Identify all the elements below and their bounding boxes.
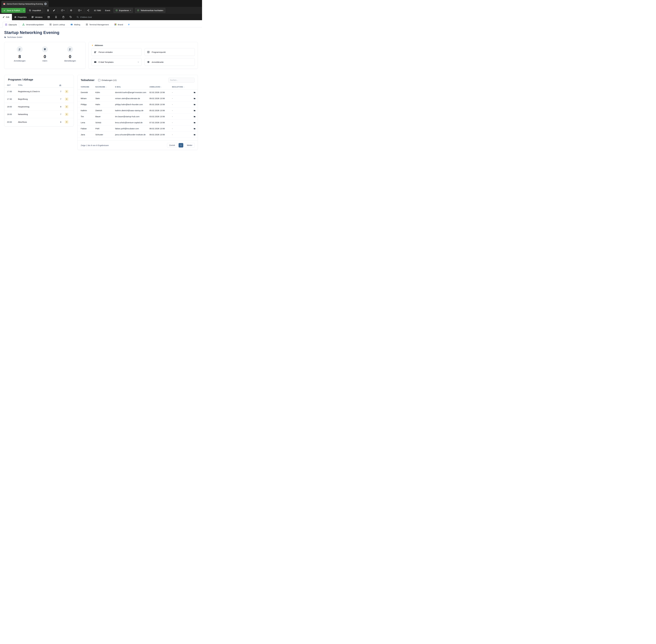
col-begleitung[interactable]: BEGLEITUNG ↕ — [172, 86, 191, 88]
share-icon — [87, 9, 89, 12]
person-einladen-label: Person einladen — [99, 51, 113, 53]
col-anmeldung[interactable]: ANMELDUNG ↕ — [149, 86, 172, 88]
info-dropdown-button[interactable]: ▾ — [76, 8, 83, 13]
cell-zeit: 17:00 — [7, 90, 18, 93]
tab-mailing[interactable]: Mailing — [68, 22, 83, 27]
einladungen-checkbox[interactable] — [98, 79, 101, 81]
prev-page-button[interactable]: Zurück — [167, 143, 177, 147]
page-title: Startup Networking Evening — [4, 30, 198, 35]
folder-icon[interactable] — [191, 97, 196, 99]
aktionen-grid: Person einladen Programmpunkt E-Mail Tem… — [91, 48, 195, 66]
stat-abmeldungen: 0 Abmeldungen — [64, 46, 76, 62]
delete-button[interactable] — [46, 8, 50, 13]
stats-card: 8 Anmeldungen 0 Intern 0 Abmeldungen — [4, 42, 86, 69]
children-grid-label: Children Grid — [80, 16, 92, 18]
tab-veranstaltungsdaten[interactable]: Veranstaltungsdaten — [20, 22, 46, 27]
tags-button[interactable] — [67, 14, 74, 20]
teilnehmer-header: Teilnehmer Einladungen (12) — [78, 75, 198, 85]
table-row: Kathrin Dietrich kathrin.dietrich@saas-s… — [78, 108, 198, 114]
cell-nachname: Kühn — [95, 91, 115, 93]
folder-icon[interactable] — [191, 91, 196, 93]
folder-icon[interactable] — [191, 121, 196, 124]
anmeldeseite-button[interactable]: Anmeldeseite — [145, 58, 195, 66]
cell-vorname: Miriam — [81, 97, 95, 99]
tab-terminal-management[interactable]: Terminal Management — [83, 22, 111, 27]
schedule-button[interactable] — [45, 14, 52, 20]
close-icon[interactable]: ✕ — [44, 3, 47, 5]
person-einladen-button[interactable]: Person einladen — [91, 48, 142, 56]
reload-dropdown-button[interactable]: ▾ — [59, 8, 66, 13]
brand-squares-icon — [114, 23, 117, 26]
tab-quick-actions[interactable] — [126, 22, 132, 27]
email-templates-label: E-Mail Templates — [99, 61, 114, 63]
list-icon — [147, 51, 150, 53]
folder-icon[interactable] — [191, 115, 196, 118]
cell-count: 7 — [56, 98, 62, 100]
cell-anmeldung: 05.02.2026 13:56 — [149, 109, 172, 112]
summary-row: 8 Anmeldungen 0 Intern 0 Abmeldungen — [4, 42, 198, 69]
teilnehmer-search-input[interactable] — [168, 77, 195, 83]
stat-label: Intern — [42, 60, 48, 62]
bookmark-button[interactable] — [52, 14, 60, 20]
cell-anmeldung: 02.02.2026 13:56 — [149, 91, 172, 93]
tab-quick-lookup-label: Quick Lookup — [53, 23, 65, 26]
locate-in-tree-button[interactable] — [69, 8, 73, 13]
refresh-icon — [61, 9, 63, 12]
document-tab[interactable]: Demo-Event-Startup-Networking-Evening ✕ — [1, 1, 48, 7]
trash-icon — [47, 9, 49, 12]
company-name: TechVision GmbH — [7, 36, 22, 38]
share-button[interactable] — [86, 8, 90, 13]
children-grid-search[interactable]: Children Grid — [74, 14, 94, 20]
cell-vorname: Jana — [81, 134, 95, 136]
anmeldeseite-label: Anmeldeseite — [152, 61, 163, 63]
unpublish-label: Unpublish — [32, 9, 41, 12]
envelope-icon — [70, 23, 73, 26]
folder-icon[interactable] — [191, 134, 196, 136]
aktionen-title: Aktionen — [94, 44, 103, 46]
qr-grid-icon — [49, 23, 52, 26]
programmpunkt-button[interactable]: Programmpunkt — [145, 48, 195, 56]
tab-brand[interactable]: Brand — [112, 22, 126, 27]
stat-value: 0 — [64, 54, 76, 59]
email-templates-button[interactable]: E-Mail Templates — [91, 58, 142, 66]
cell-email: fabian.pohl@incubator.com — [115, 128, 149, 130]
unpublish-button[interactable]: Unpublish — [27, 8, 43, 13]
export-button[interactable]: Exportieren ▾ — [113, 8, 133, 13]
col-email[interactable]: E-MAIL — [115, 86, 149, 88]
upload-participants-button[interactable]: Teilnehmerliste hochladen — [135, 8, 165, 13]
aktionen-card: Aktionen Person einladen Programmpunkt — [88, 42, 198, 69]
einladungen-label: Einladungen (12) — [102, 79, 116, 81]
chevron-down-icon — [137, 61, 139, 63]
tab-uebersicht[interactable]: Übersicht — [3, 22, 19, 27]
cell-titel: Abschluss — [18, 121, 56, 123]
folder-icon[interactable] — [191, 128, 196, 130]
folder-icon[interactable] — [191, 104, 196, 106]
next-page-button[interactable]: Weiter — [184, 143, 195, 147]
tab-quick-lookup[interactable]: Quick Lookup — [47, 22, 67, 27]
tab-versions[interactable]: Versions — [29, 14, 45, 20]
shield-icon — [42, 46, 48, 52]
save-publish-button[interactable]: Save & Publish — [1, 8, 22, 13]
main-content: Startup Networking Evening TechVision Gm… — [0, 27, 202, 150]
tab-properties[interactable]: Properties — [12, 14, 29, 20]
table-row: Fabian Pohl fabian.pohl@incubator.com 08… — [78, 125, 198, 132]
cell-zeit: 17:30 — [7, 98, 18, 100]
person-plus-icon — [94, 51, 96, 53]
tab-edit[interactable]: Edit — [0, 14, 12, 20]
notes-button[interactable] — [60, 14, 67, 20]
cell-begleitung: - — [172, 134, 191, 136]
rename-button[interactable] — [52, 8, 57, 13]
col-vorname[interactable]: VORNAME — [81, 86, 95, 88]
folder-icon[interactable] — [191, 110, 196, 112]
cell-nachname: Dietrich — [95, 109, 115, 112]
person-check-icon — [17, 46, 23, 52]
save-options-dropdown[interactable]: ▾ — [22, 8, 26, 13]
tab-edit-label: Edit — [6, 16, 9, 18]
globe-icon — [147, 61, 150, 63]
current-page-button[interactable]: 1 — [179, 143, 183, 147]
search-icon — [76, 16, 79, 18]
tab-terminal-management-label: Terminal Management — [89, 23, 109, 26]
cell-email: kathrin.dietrich@saas-startup.de — [115, 109, 149, 112]
tables-row: Programm / Abfrage ZEIT TITEL 17:00 Regi… — [4, 75, 198, 150]
col-nachname[interactable]: NACHNAME ↕ — [95, 86, 115, 88]
